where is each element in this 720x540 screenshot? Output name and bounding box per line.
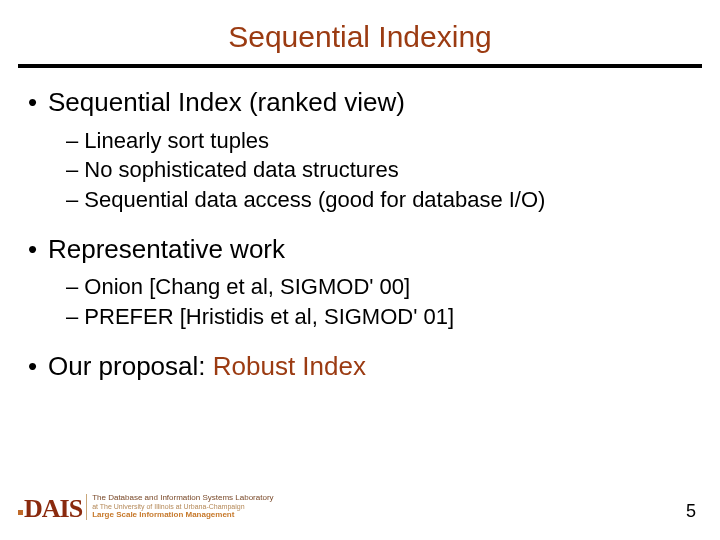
bullet-2-subitems: – Onion [Chang et al, SIGMOD' 00] – PREF…: [66, 272, 692, 331]
page-number: 5: [686, 501, 702, 522]
logo-mark: DAIS: [18, 494, 82, 524]
bullet-dot-icon: •: [28, 82, 48, 124]
bullet-3: •Our proposal: Robust Index: [28, 346, 692, 388]
slide: Sequential Indexing •Sequential Index (r…: [0, 0, 720, 540]
bullet-dot-icon: •: [28, 229, 48, 271]
logo-dot-icon: [18, 510, 23, 515]
subitem-text: Onion [Chang et al, SIGMOD' 00]: [84, 274, 410, 299]
title-rule: [18, 64, 702, 68]
logo-line3: Large Scale Information Management: [92, 511, 273, 520]
bullet-dot-icon: •: [28, 346, 48, 388]
bullet-2-text: Representative work: [48, 234, 285, 264]
bullet-2: •Representative work: [28, 229, 692, 271]
subitem-text: Linearly sort tuples: [84, 128, 269, 153]
logo-mark-text: DAIS: [24, 494, 82, 523]
subitem: – Sequential data access (good for datab…: [66, 185, 692, 215]
slide-title: Sequential Indexing: [0, 0, 720, 64]
bullet-3-text: Our proposal:: [48, 351, 213, 381]
subitem-text: Sequential data access (good for databas…: [84, 187, 545, 212]
bullet-1-subitems: – Linearly sort tuples – No sophisticate…: [66, 126, 692, 215]
logo-text: The Database and Information Systems Lab…: [86, 494, 273, 519]
footer-logo: DAIS The Database and Information System…: [18, 492, 274, 522]
subitem-text: PREFER [Hristidis et al, SIGMOD' 01]: [84, 304, 454, 329]
slide-content: •Sequential Index (ranked view) – Linear…: [0, 82, 720, 387]
bullet-1-text: Sequential Index (ranked view): [48, 87, 405, 117]
subitem: – No sophisticated data structures: [66, 155, 692, 185]
subitem: – Linearly sort tuples: [66, 126, 692, 156]
logo-line1: The Database and Information Systems Lab…: [92, 494, 273, 503]
subitem: – Onion [Chang et al, SIGMOD' 00]: [66, 272, 692, 302]
subitem: – PREFER [Hristidis et al, SIGMOD' 01]: [66, 302, 692, 332]
subitem-text: No sophisticated data structures: [84, 157, 398, 182]
bullet-3-highlight: Robust Index: [213, 351, 366, 381]
bullet-1: •Sequential Index (ranked view): [28, 82, 692, 124]
slide-footer: DAIS The Database and Information System…: [18, 492, 702, 522]
